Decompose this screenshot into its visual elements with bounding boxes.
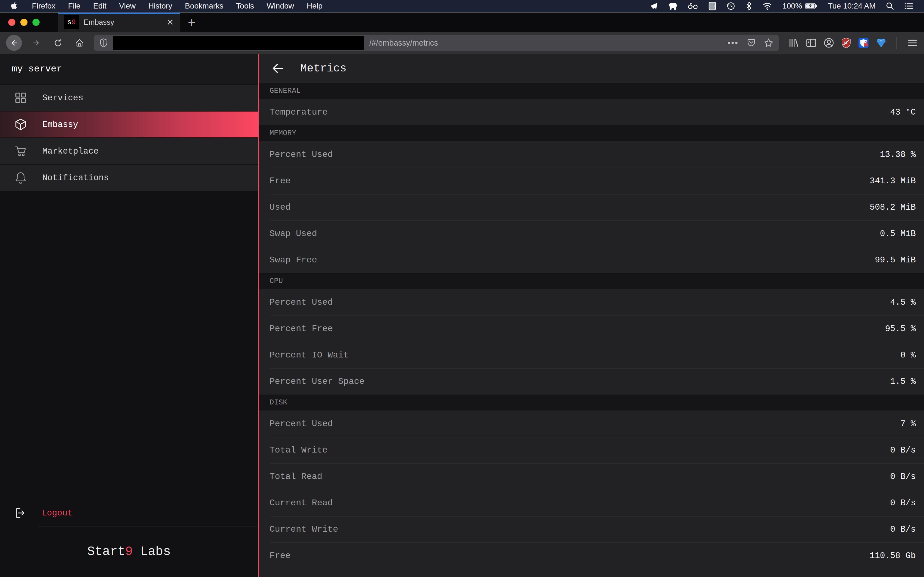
forward-button[interactable] bbox=[30, 36, 44, 50]
start9-brand: Start9 Labs bbox=[0, 527, 258, 577]
sidebar-item-notifications[interactable]: Notifications bbox=[0, 165, 258, 191]
menu-list-icon[interactable] bbox=[904, 2, 914, 10]
display-icon[interactable] bbox=[708, 2, 716, 11]
minimize-window-button[interactable] bbox=[20, 19, 27, 26]
sidebar-item-services[interactable]: Services bbox=[0, 85, 258, 111]
menubar-item-help[interactable]: Help bbox=[307, 2, 323, 10]
menubar-clock[interactable]: Tue 10:24 AM bbox=[828, 2, 876, 10]
metric-value: 1.5 % bbox=[890, 377, 916, 386]
screen: Firefox File Edit View History Bookmarks… bbox=[0, 0, 924, 577]
page-header: Metrics bbox=[259, 54, 924, 83]
spotlight-search-icon[interactable] bbox=[885, 2, 894, 10]
metric-label: Used bbox=[270, 202, 291, 213]
metric-value: 0 B/s bbox=[890, 445, 916, 455]
metric-label: Free bbox=[270, 176, 291, 186]
grid-icon bbox=[14, 92, 27, 104]
sidebar-item-embassy[interactable]: Embassy bbox=[0, 111, 258, 137]
section-rows: Percent Used 7 % Total Write 0 B/s Total… bbox=[259, 411, 924, 569]
reload-button[interactable] bbox=[51, 36, 65, 50]
metric-label: Swap Used bbox=[270, 229, 317, 239]
metric-row: Total Write 0 B/s bbox=[259, 437, 924, 463]
section-rows: Percent Used 13.38 % Free 341.3 MiB Used bbox=[259, 141, 924, 273]
toolbar-separator bbox=[897, 37, 897, 49]
bitwarden-icon[interactable] bbox=[858, 37, 869, 48]
metric-label: Temperature bbox=[270, 107, 328, 117]
sidebar-toggle-icon[interactable] bbox=[806, 38, 817, 48]
adblock-icon[interactable]: AB bbox=[841, 37, 851, 48]
zoom-window-button[interactable] bbox=[32, 19, 40, 26]
embassy-app: my server Services Embassy bbox=[0, 54, 924, 577]
metric-row: Used 508.2 MiB bbox=[259, 194, 924, 220]
menubar-item-history[interactable]: History bbox=[148, 2, 172, 10]
metric-label: Percent User Space bbox=[270, 376, 365, 387]
animal-app-icon[interactable] bbox=[668, 2, 678, 10]
back-arrow-icon[interactable] bbox=[271, 62, 284, 75]
bookmark-star-icon[interactable] bbox=[764, 38, 773, 48]
time-machine-icon[interactable] bbox=[726, 2, 736, 11]
metric-label: Percent Used bbox=[270, 297, 333, 308]
metric-label: Total Read bbox=[270, 472, 322, 482]
metrics-section-cpu: CPU Percent Used 4.5 % Percent Free 95.5… bbox=[259, 273, 924, 395]
metrics-section-disk: DISK Percent Used 7 % Total Write 0 B/s bbox=[259, 395, 924, 569]
account-icon[interactable] bbox=[823, 37, 834, 48]
page-actions-icon[interactable]: ••• bbox=[727, 38, 739, 48]
metric-row: Percent Used 4.5 % bbox=[259, 289, 924, 316]
paper-plane-icon[interactable] bbox=[649, 2, 658, 10]
menubar-item-firefox[interactable]: Firefox bbox=[32, 2, 55, 10]
section-header: GENERAL bbox=[270, 87, 300, 95]
metric-row: Percent Used 13.38 % bbox=[259, 141, 924, 168]
sidebar-item-label: Embassy bbox=[42, 120, 78, 129]
metric-row: Swap Free 99.5 MiB bbox=[259, 247, 924, 273]
back-button[interactable] bbox=[6, 35, 22, 51]
tracking-shield-icon[interactable] bbox=[100, 38, 108, 48]
menubar-item-tools[interactable]: Tools bbox=[236, 2, 254, 10]
firefox-toolbar: /#/embassy/metrics ••• AB bbox=[0, 32, 924, 54]
new-tab-button[interactable]: + bbox=[180, 13, 204, 32]
menubar-item-view[interactable]: View bbox=[119, 2, 136, 10]
metrics-section-general: GENERAL Temperature 43 °C bbox=[259, 83, 924, 125]
section-rows: Temperature 43 °C bbox=[259, 99, 924, 125]
bell-icon bbox=[14, 171, 27, 184]
metric-value: 13.38 % bbox=[880, 150, 916, 160]
battery-percent-label: 100% bbox=[782, 2, 802, 10]
logout-button[interactable]: Logout bbox=[0, 500, 258, 526]
hamburger-menu-icon[interactable] bbox=[907, 39, 918, 47]
glasses-icon[interactable] bbox=[688, 2, 698, 10]
bluetooth-icon[interactable] bbox=[746, 2, 752, 11]
metric-value: 110.58 Gb bbox=[870, 551, 916, 561]
library-icon[interactable] bbox=[788, 37, 799, 48]
metric-row: Percent User Space 1.5 % bbox=[259, 368, 924, 395]
menubar-item-window[interactable]: Window bbox=[267, 2, 294, 10]
sidebar-item-label: Notifications bbox=[42, 173, 109, 183]
metric-value: 95.5 % bbox=[885, 324, 916, 334]
page-title: Metrics bbox=[300, 62, 347, 75]
pocket-icon[interactable] bbox=[747, 39, 756, 47]
menubar-item-edit[interactable]: Edit bbox=[93, 2, 107, 10]
metric-value: 7 % bbox=[900, 419, 916, 429]
window-controls bbox=[0, 13, 58, 32]
tab-close-icon[interactable]: ✕ bbox=[166, 18, 174, 27]
proxy-gem-icon[interactable] bbox=[876, 37, 887, 48]
metric-row: Free 341.3 MiB bbox=[259, 168, 924, 194]
metric-label: Free bbox=[270, 551, 291, 561]
sidebar-spacer bbox=[0, 191, 258, 500]
metric-label: Total Write bbox=[270, 445, 328, 455]
sidebar-item-marketplace[interactable]: Marketplace bbox=[0, 138, 258, 164]
section-rows: Percent Used 4.5 % Percent Free 95.5 % P… bbox=[259, 289, 924, 395]
battery-indicator[interactable]: 100% bbox=[782, 2, 818, 10]
home-button[interactable] bbox=[73, 36, 86, 50]
menubar-item-file[interactable]: File bbox=[68, 2, 81, 10]
apple-icon[interactable] bbox=[10, 2, 18, 10]
metric-label: Percent Free bbox=[270, 324, 333, 334]
menubar-item-bookmarks[interactable]: Bookmarks bbox=[185, 2, 223, 10]
metric-value: 99.5 MiB bbox=[875, 255, 916, 265]
metric-value: 0 % bbox=[900, 350, 916, 360]
metric-label: Swap Free bbox=[270, 255, 317, 265]
metric-label: Percent IO Wait bbox=[270, 350, 349, 360]
close-window-button[interactable] bbox=[8, 19, 15, 26]
metric-row: Temperature 43 °C bbox=[259, 99, 924, 125]
nav-buttons bbox=[6, 35, 86, 51]
browser-tab-embassy[interactable]: s9 Embassy ✕ bbox=[58, 13, 180, 32]
url-bar[interactable]: /#/embassy/metrics ••• bbox=[94, 35, 779, 51]
wifi-icon[interactable] bbox=[762, 2, 772, 10]
